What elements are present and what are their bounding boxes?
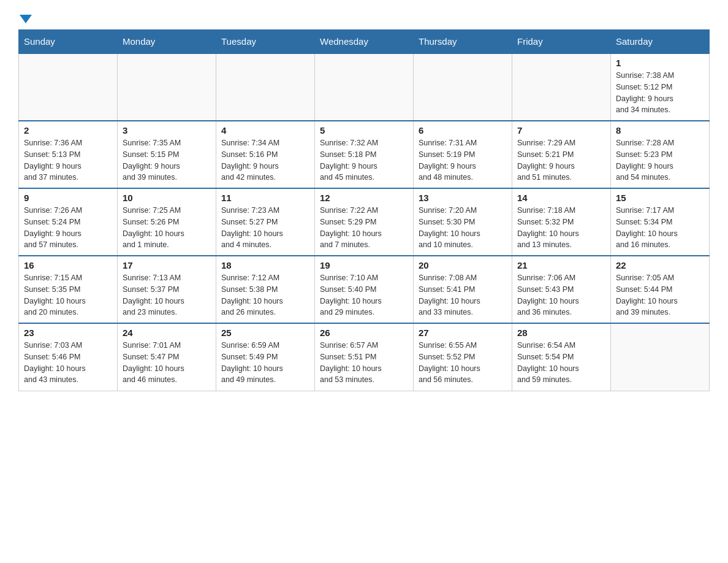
day-number: 25 [221, 327, 309, 338]
day-number: 17 [123, 260, 211, 270]
day-header-sunday: Sunday [19, 30, 118, 54]
day-number: 27 [419, 327, 507, 338]
calendar-cell: 28Sunrise: 6:54 AM Sunset: 5:54 PM Dayli… [512, 323, 611, 391]
week-row-2: 2Sunrise: 7:36 AM Sunset: 5:13 PM Daylig… [19, 121, 710, 188]
calendar-cell: 25Sunrise: 6:59 AM Sunset: 5:49 PM Dayli… [216, 323, 315, 391]
day-info: Sunrise: 7:25 AM Sunset: 5:26 PM Dayligh… [123, 205, 211, 251]
calendar-cell [512, 53, 611, 121]
day-number: 10 [123, 193, 211, 203]
calendar-cell: 5Sunrise: 7:32 AM Sunset: 5:18 PM Daylig… [315, 121, 414, 188]
day-header-tuesday: Tuesday [216, 30, 315, 54]
day-info: Sunrise: 7:15 AM Sunset: 5:35 PM Dayligh… [24, 272, 112, 318]
day-info: Sunrise: 6:57 AM Sunset: 5:51 PM Dayligh… [320, 340, 408, 386]
day-info: Sunrise: 7:20 AM Sunset: 5:30 PM Dayligh… [419, 205, 507, 251]
day-number: 1 [616, 58, 704, 68]
day-number: 12 [320, 193, 408, 203]
day-number: 13 [419, 193, 507, 203]
day-number: 18 [221, 260, 309, 270]
calendar-cell: 8Sunrise: 7:28 AM Sunset: 5:23 PM Daylig… [611, 121, 710, 188]
calendar-cell [118, 53, 216, 121]
calendar-cell [315, 53, 414, 121]
calendar-cell: 23Sunrise: 7:03 AM Sunset: 5:46 PM Dayli… [19, 323, 118, 391]
week-row-4: 16Sunrise: 7:15 AM Sunset: 5:35 PM Dayli… [19, 256, 710, 323]
calendar-cell: 15Sunrise: 7:17 AM Sunset: 5:34 PM Dayli… [611, 188, 710, 256]
day-number: 15 [616, 193, 704, 203]
day-number: 21 [517, 260, 605, 270]
day-number: 8 [616, 125, 704, 136]
day-info: Sunrise: 7:32 AM Sunset: 5:18 PM Dayligh… [320, 137, 408, 183]
day-info: Sunrise: 6:59 AM Sunset: 5:49 PM Dayligh… [221, 340, 309, 386]
day-info: Sunrise: 7:01 AM Sunset: 5:47 PM Dayligh… [123, 340, 211, 386]
calendar-cell: 26Sunrise: 6:57 AM Sunset: 5:51 PM Dayli… [315, 323, 414, 391]
day-number: 24 [123, 327, 211, 338]
day-info: Sunrise: 7:28 AM Sunset: 5:23 PM Dayligh… [616, 137, 704, 183]
calendar-cell: 10Sunrise: 7:25 AM Sunset: 5:26 PM Dayli… [118, 188, 216, 256]
day-number: 19 [320, 260, 408, 270]
calendar-cell: 3Sunrise: 7:35 AM Sunset: 5:15 PM Daylig… [118, 121, 216, 188]
day-number: 16 [24, 260, 112, 270]
header [18, 12, 710, 23]
day-info: Sunrise: 7:05 AM Sunset: 5:44 PM Dayligh… [616, 272, 704, 318]
day-number: 2 [24, 125, 112, 136]
day-info: Sunrise: 7:35 AM Sunset: 5:15 PM Dayligh… [123, 137, 211, 183]
calendar-cell: 21Sunrise: 7:06 AM Sunset: 5:43 PM Dayli… [512, 256, 611, 323]
calendar-cell: 20Sunrise: 7:08 AM Sunset: 5:41 PM Dayli… [414, 256, 512, 323]
day-info: Sunrise: 7:17 AM Sunset: 5:34 PM Dayligh… [616, 205, 704, 251]
day-info: Sunrise: 7:34 AM Sunset: 5:16 PM Dayligh… [221, 137, 309, 183]
calendar-cell: 22Sunrise: 7:05 AM Sunset: 5:44 PM Dayli… [611, 256, 710, 323]
day-info: Sunrise: 7:22 AM Sunset: 5:29 PM Dayligh… [320, 205, 408, 251]
day-number: 22 [616, 260, 704, 270]
calendar-cell [611, 323, 710, 391]
day-header-saturday: Saturday [611, 30, 710, 54]
calendar-cell: 4Sunrise: 7:34 AM Sunset: 5:16 PM Daylig… [216, 121, 315, 188]
day-info: Sunrise: 7:38 AM Sunset: 5:12 PM Dayligh… [616, 70, 704, 116]
day-number: 9 [24, 193, 112, 203]
week-row-1: 1Sunrise: 7:38 AM Sunset: 5:12 PM Daylig… [19, 53, 710, 121]
logo [18, 12, 32, 23]
calendar-cell [19, 53, 118, 121]
day-number: 14 [517, 193, 605, 203]
calendar-cell: 13Sunrise: 7:20 AM Sunset: 5:30 PM Dayli… [414, 188, 512, 256]
calendar-cell [414, 53, 512, 121]
day-info: Sunrise: 7:13 AM Sunset: 5:37 PM Dayligh… [123, 272, 211, 318]
day-info: Sunrise: 7:10 AM Sunset: 5:40 PM Dayligh… [320, 272, 408, 318]
day-info: Sunrise: 7:08 AM Sunset: 5:41 PM Dayligh… [419, 272, 507, 318]
day-number: 3 [123, 125, 211, 136]
day-header-wednesday: Wednesday [315, 30, 414, 54]
calendar-cell: 18Sunrise: 7:12 AM Sunset: 5:38 PM Dayli… [216, 256, 315, 323]
calendar-table: SundayMondayTuesdayWednesdayThursdayFrid… [18, 29, 710, 391]
calendar-cell: 2Sunrise: 7:36 AM Sunset: 5:13 PM Daylig… [19, 121, 118, 188]
day-number: 11 [221, 193, 309, 203]
calendar-cell: 6Sunrise: 7:31 AM Sunset: 5:19 PM Daylig… [414, 121, 512, 188]
day-info: Sunrise: 7:29 AM Sunset: 5:21 PM Dayligh… [517, 137, 605, 183]
day-headers-row: SundayMondayTuesdayWednesdayThursdayFrid… [19, 30, 710, 54]
day-info: Sunrise: 7:26 AM Sunset: 5:24 PM Dayligh… [24, 205, 112, 251]
day-number: 5 [320, 125, 408, 136]
day-number: 28 [517, 327, 605, 338]
day-header-monday: Monday [118, 30, 216, 54]
calendar-cell: 19Sunrise: 7:10 AM Sunset: 5:40 PM Dayli… [315, 256, 414, 323]
day-info: Sunrise: 7:23 AM Sunset: 5:27 PM Dayligh… [221, 205, 309, 251]
calendar-cell: 9Sunrise: 7:26 AM Sunset: 5:24 PM Daylig… [19, 188, 118, 256]
day-info: Sunrise: 7:31 AM Sunset: 5:19 PM Dayligh… [419, 137, 507, 183]
day-number: 7 [517, 125, 605, 136]
calendar-cell [216, 53, 315, 121]
calendar-cell: 16Sunrise: 7:15 AM Sunset: 5:35 PM Dayli… [19, 256, 118, 323]
day-info: Sunrise: 6:54 AM Sunset: 5:54 PM Dayligh… [517, 340, 605, 386]
day-info: Sunrise: 6:55 AM Sunset: 5:52 PM Dayligh… [419, 340, 507, 386]
day-number: 4 [221, 125, 309, 136]
week-row-5: 23Sunrise: 7:03 AM Sunset: 5:46 PM Dayli… [19, 323, 710, 391]
day-number: 20 [419, 260, 507, 270]
day-number: 23 [24, 327, 112, 338]
logo-arrow-icon [20, 15, 32, 23]
day-number: 6 [419, 125, 507, 136]
day-info: Sunrise: 7:18 AM Sunset: 5:32 PM Dayligh… [517, 205, 605, 251]
calendar-cell: 17Sunrise: 7:13 AM Sunset: 5:37 PM Dayli… [118, 256, 216, 323]
day-info: Sunrise: 7:12 AM Sunset: 5:38 PM Dayligh… [221, 272, 309, 318]
week-row-3: 9Sunrise: 7:26 AM Sunset: 5:24 PM Daylig… [19, 188, 710, 256]
calendar-cell: 27Sunrise: 6:55 AM Sunset: 5:52 PM Dayli… [414, 323, 512, 391]
calendar-cell: 11Sunrise: 7:23 AM Sunset: 5:27 PM Dayli… [216, 188, 315, 256]
day-header-friday: Friday [512, 30, 611, 54]
calendar-cell: 7Sunrise: 7:29 AM Sunset: 5:21 PM Daylig… [512, 121, 611, 188]
calendar-cell: 1Sunrise: 7:38 AM Sunset: 5:12 PM Daylig… [611, 53, 710, 121]
